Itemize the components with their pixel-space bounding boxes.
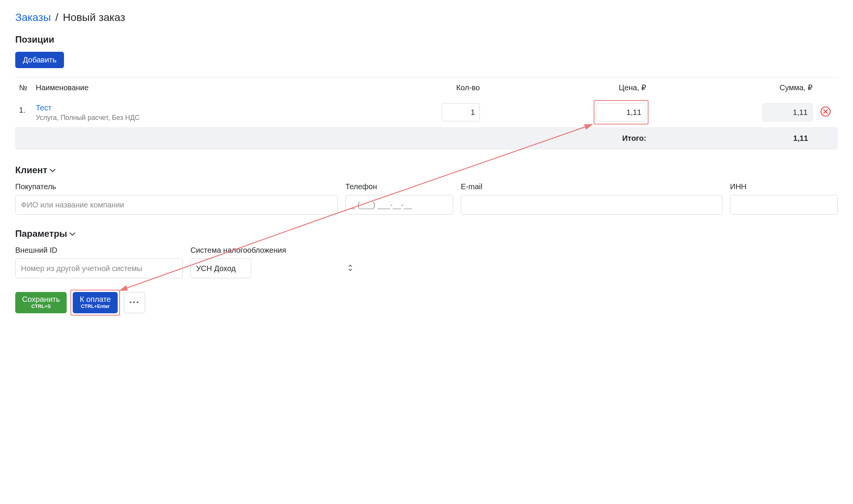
positions-title: Позиции (15, 34, 838, 45)
save-label: Сохранить (22, 295, 60, 304)
phone-input[interactable] (345, 195, 453, 215)
table-row: 1. Тест Услуга, Полный расчет, Без НДС (15, 97, 838, 127)
row-index: 1. (15, 97, 32, 127)
chevron-down-icon (50, 166, 56, 174)
add-button[interactable]: Добавить (15, 52, 64, 68)
breadcrumb-current: Новый заказ (63, 11, 125, 23)
select-caret-icon (348, 265, 353, 273)
delete-icon[interactable] (820, 106, 831, 117)
params-section-title[interactable]: Параметры (15, 228, 838, 239)
positions-title-text: Позиции (15, 34, 54, 45)
email-input[interactable] (461, 195, 722, 215)
params-title-text: Параметры (15, 228, 67, 239)
inn-label: ИНН (730, 182, 838, 191)
positions-table: № Наименование Кол-во Цена, ₽ Сумма, ₽ 1… (15, 77, 838, 150)
chevron-down-icon (69, 230, 75, 238)
pay-button[interactable]: К оплате CTRL+Enter (73, 292, 118, 313)
extid-label: Внешний ID (15, 246, 183, 255)
client-form: Покупатель Телефон E-mail ИНН (15, 182, 838, 215)
save-shortcut: CTRL+S (31, 304, 51, 309)
extid-input[interactable] (15, 258, 183, 278)
item-name-link[interactable]: Тест (36, 104, 348, 112)
actions-bar: Сохранить CTRL+S К оплате CTRL+Enter ··· (15, 292, 838, 313)
total-value: 1,11 (650, 127, 816, 150)
orders-link[interactable]: Заказы (15, 11, 51, 23)
more-label: ··· (129, 297, 140, 308)
params-form: Внешний ID Система налогообложения УСН Д… (15, 246, 838, 278)
pay-shortcut: CTRL+Enter (81, 304, 109, 309)
total-label: Итого: (484, 127, 650, 150)
breadcrumb: Заказы / Новый заказ (15, 11, 838, 24)
inn-input[interactable] (730, 195, 838, 215)
buyer-label: Покупатель (15, 182, 338, 191)
col-price: Цена, ₽ (484, 78, 650, 98)
col-name: Наименование (32, 78, 352, 98)
col-index: № (15, 78, 32, 98)
qty-input[interactable] (442, 103, 480, 121)
phone-label: Телефон (345, 182, 453, 191)
client-section-title[interactable]: Клиент (15, 165, 838, 175)
tax-label: Система налогообложения (190, 246, 358, 255)
pay-label: К оплате (80, 295, 111, 304)
breadcrumb-separator: / (55, 11, 58, 23)
sum-output (762, 103, 813, 121)
price-input[interactable] (596, 103, 646, 121)
col-sum: Сумма, ₽ (650, 78, 816, 98)
col-qty: Кол-во (352, 78, 484, 98)
email-label: E-mail (461, 182, 722, 191)
item-meta: Услуга, Полный расчет, Без НДС (36, 114, 348, 122)
buyer-input[interactable] (15, 195, 338, 215)
tax-select[interactable]: УСН Доход (190, 258, 251, 278)
save-button[interactable]: Сохранить CTRL+S (15, 292, 67, 313)
total-row: Итого: 1,11 (15, 127, 838, 150)
more-button[interactable]: ··· (124, 292, 145, 313)
client-title-text: Клиент (15, 165, 47, 175)
